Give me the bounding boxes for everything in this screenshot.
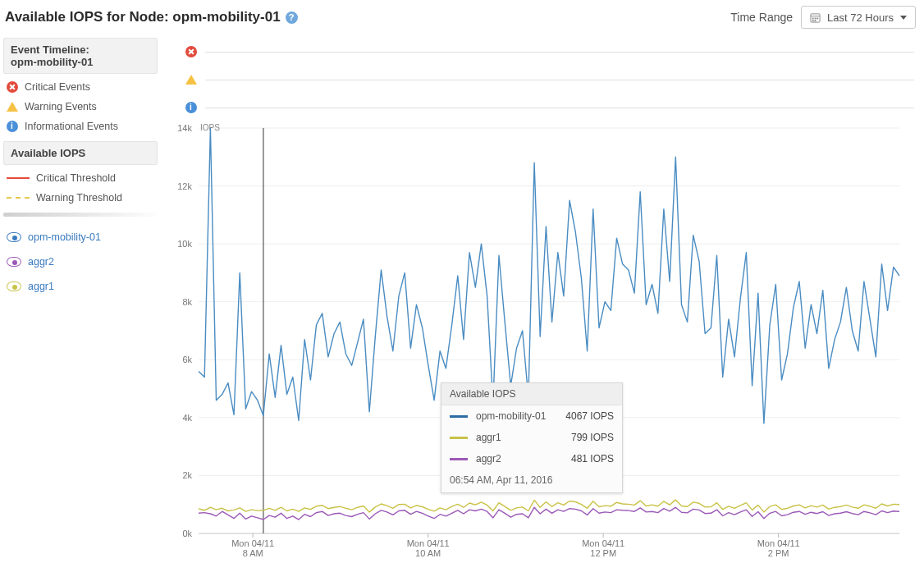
svg-text:10 AM: 10 AM [415, 548, 441, 558]
svg-rect-3 [815, 17, 817, 19]
event-track [205, 52, 914, 53]
eye-icon [7, 232, 21, 242]
critical-icon [7, 81, 18, 93]
section-available-iops: Available IOPS [3, 141, 158, 165]
svg-text:2 PM: 2 PM [768, 548, 789, 558]
svg-text:12k: 12k [177, 181, 192, 191]
legend-link[interactable]: aggr2 [28, 256, 54, 268]
legend-link[interactable]: aggr1 [28, 281, 54, 292]
svg-text:6k: 6k [182, 355, 192, 364]
warning-line-icon [7, 197, 30, 199]
legend-item[interactable]: aggr2 [3, 249, 158, 274]
event-type-informational: Informational Events [3, 117, 158, 136]
event-track [205, 108, 914, 108]
page-header: Available IOPS for Node: opm-mobility-01… [3, 3, 917, 31]
svg-rect-6 [815, 20, 817, 21]
warning-icon [185, 75, 197, 85]
info-icon [7, 121, 18, 132]
threshold-label: Warning Threshold [36, 192, 122, 204]
legend-list: opm-mobility-01aggr2aggr1 [3, 225, 158, 299]
section-title: Available IOPS [11, 147, 85, 159]
sidebar: Event Timeline: opm-mobility-01 Critical… [3, 31, 158, 563]
chevron-down-icon [900, 16, 907, 20]
calendar-icon [810, 12, 821, 23]
svg-text:14k: 14k [177, 123, 192, 133]
event-timeline-rows [185, 38, 914, 121]
svg-text:4k: 4k [182, 413, 192, 423]
title-text: Available IOPS for Node: opm-mobility-01 [5, 9, 281, 25]
event-row-info [185, 94, 914, 121]
svg-text:Mon 04/11: Mon 04/11 [757, 538, 800, 548]
svg-text:2k: 2k [182, 470, 192, 480]
time-range-value: Last 72 Hours [827, 11, 894, 24]
event-timeline-label: Event Timeline: [11, 43, 89, 56]
event-type-warning: Warning Events [3, 97, 158, 117]
event-timeline-header: Event Timeline: opm-mobility-01 [3, 38, 158, 74]
event-timeline-node: opm-mobility-01 [11, 56, 93, 68]
event-track [205, 80, 914, 80]
svg-text:8 AM: 8 AM [243, 548, 263, 558]
svg-rect-4 [817, 17, 818, 19]
line-chart[interactable]: 0k2k4k6k8k10k12k14kIOPSMon 04/118 AMMon … [166, 123, 904, 563]
svg-rect-5 [812, 20, 814, 21]
legend-item[interactable]: opm-mobility-01 [3, 225, 158, 249]
svg-text:8k: 8k [182, 297, 192, 307]
time-range-label: Time Range [730, 11, 793, 24]
separator [3, 213, 158, 217]
warning-icon [7, 102, 18, 112]
chart-area: 0k2k4k6k8k10k12k14kIOPSMon 04/118 AMMon … [158, 31, 917, 563]
threshold-warning: Warning Threshold [3, 188, 158, 208]
svg-text:12 PM: 12 PM [590, 548, 616, 558]
eye-icon [7, 282, 21, 291]
svg-rect-2 [812, 17, 814, 19]
time-range-dropdown[interactable]: Last 72 Hours [801, 6, 916, 29]
event-row-warning [185, 66, 914, 94]
info-icon [185, 102, 197, 113]
critical-line-icon [7, 177, 30, 179]
event-label: Critical Events [25, 81, 90, 93]
legend-item[interactable]: aggr1 [3, 274, 158, 299]
threshold-label: Critical Threshold [36, 172, 116, 184]
threshold-critical: Critical Threshold [3, 168, 158, 188]
critical-icon [185, 46, 197, 57]
svg-text:Mon 04/11: Mon 04/11 [582, 538, 624, 548]
legend-link[interactable]: opm-mobility-01 [28, 231, 101, 243]
event-row-critical [185, 38, 914, 66]
page-title: Available IOPS for Node: opm-mobility-01… [5, 9, 298, 25]
help-icon[interactable]: ? [286, 11, 298, 24]
event-type-critical: Critical Events [3, 77, 158, 97]
svg-text:Mon 04/11: Mon 04/11 [231, 538, 274, 548]
event-label: Informational Events [25, 121, 118, 132]
event-label: Warning Events [25, 101, 97, 112]
svg-text:10k: 10k [177, 239, 192, 249]
header-right: Time Range Last 72 Hours [730, 6, 916, 29]
svg-text:Mon 04/11: Mon 04/11 [407, 538, 450, 548]
eye-icon [7, 257, 21, 267]
svg-text:0k: 0k [182, 529, 192, 538]
